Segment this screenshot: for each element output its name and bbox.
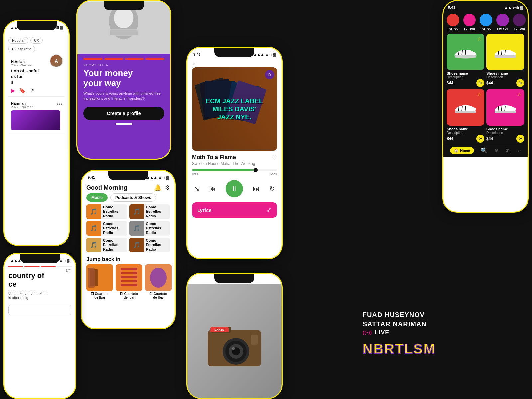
svg-rect-36 xyxy=(455,55,476,58)
shop-card3-cart-button[interactable]: 🛍 xyxy=(476,135,484,143)
shop-card2-star[interactable]: ☆ xyxy=(517,36,522,42)
shop-card1-price: $44 xyxy=(447,81,453,85)
music-prev-button[interactable]: ⏮ xyxy=(209,185,216,193)
shop-card3-star[interactable]: ☆ xyxy=(477,92,482,97)
spotify-item6-thumb: 🎵 xyxy=(129,238,144,252)
shop-card2-row: $44 🛍 xyxy=(486,79,524,87)
shop-card-3[interactable]: ☆ Shoes name Description $44 🛍 xyxy=(447,89,484,143)
shop-tab5-label: For you xyxy=(514,27,525,30)
music-lyrics-label: Lyrics xyxy=(197,207,212,213)
music-progress-thumb xyxy=(254,168,258,172)
spotify-notch xyxy=(108,171,148,180)
shop-tab-3[interactable]: For You xyxy=(480,14,492,30)
spotify-time: 9:41 xyxy=(88,175,95,179)
shop-tab-4[interactable]: For You xyxy=(496,14,509,30)
music-back-button[interactable]: ⌄ xyxy=(187,58,282,67)
play-icon[interactable]: ▶ xyxy=(11,87,15,94)
spotify-item3-thumb: 🎵 xyxy=(86,221,101,236)
bookmark-icon[interactable]: 🔖 xyxy=(19,87,26,94)
blog-post2-more[interactable]: ••• xyxy=(57,101,62,107)
shop-card1-cart-button[interactable]: 🛍 xyxy=(476,79,484,87)
spotify-album-2[interactable]: El Cuartetode Ibai xyxy=(116,264,142,299)
shop-card3-name: Shoes name xyxy=(447,127,484,131)
music-progress-fill xyxy=(192,169,256,171)
bank-headline: Your moneyyour way xyxy=(83,68,164,88)
shop-card2-cart-button[interactable]: 🛍 xyxy=(516,79,524,87)
music-expand-button[interactable]: ⤡ xyxy=(194,185,200,193)
shop-tab-2[interactable]: For You xyxy=(463,14,476,30)
live-radio-icon: ((•)) xyxy=(363,330,372,336)
shop-nav-profile-icon[interactable]: ○ xyxy=(518,148,521,154)
spotify-album2-title: El Cuartetode Ibai xyxy=(116,292,142,299)
shop-card1-row: $44 🛍 xyxy=(447,79,484,87)
shop-tab-5[interactable]: For you xyxy=(513,14,526,30)
shop-product-grid: ☆ Shoes name Description $44 🛍 xyxy=(443,32,528,144)
slide-prog-1 xyxy=(8,266,23,267)
svg-rect-4 xyxy=(110,30,138,35)
shop-card3-price: $44 xyxy=(447,136,453,141)
shop-tab-1[interactable]: For You xyxy=(447,14,459,30)
spotify-item-2[interactable]: 🎵 ComoEstrellas Radio xyxy=(129,204,170,219)
spotify-album1-art xyxy=(86,264,113,291)
blog-tag-popular[interactable]: Popular xyxy=(8,37,28,44)
spotify-item2-thumb: 🎵 xyxy=(129,204,144,219)
music-lyrics-button[interactable]: Lyrics ⤢ xyxy=(192,202,277,218)
shop-card-2[interactable]: ☆ Shoes name Description $44 🛍 xyxy=(486,34,524,87)
spotify-item3-label: ComoEstrellas Radio xyxy=(101,222,127,235)
spotify-item-4[interactable]: 🎵 ComoEstrellas Radio xyxy=(129,221,170,236)
camera-status-icons: ▲▲▲ wifi ▓ xyxy=(253,278,276,282)
shop-nav-home-btn[interactable]: 🏠 Home xyxy=(450,147,474,154)
shop-card4-shoe xyxy=(492,99,519,116)
shop-card4-cart-button[interactable]: 🛍 xyxy=(516,135,524,143)
blog-post2-author: Nariman xyxy=(11,101,57,105)
svg-rect-19 xyxy=(121,284,137,286)
music-repeat-button[interactable]: ↻ xyxy=(269,185,275,193)
spotify-item-3[interactable]: 🎵 ComoEstrellas Radio xyxy=(86,221,127,236)
music-next-button[interactable]: ⏭ xyxy=(253,185,260,193)
share-icon[interactable]: ↗ xyxy=(30,87,34,94)
shop-nav-search-icon[interactable]: 🔍 xyxy=(481,147,487,154)
blog-post-2: Nariman 2022 · 7m read ••• xyxy=(8,99,65,133)
shop-card4-star[interactable]: ☆ xyxy=(517,92,522,97)
blog-tag-ui[interactable]: UI inspiratio xyxy=(8,46,35,52)
music-heart-button[interactable]: ♡ xyxy=(272,154,277,161)
spotify-item-6[interactable]: 🎵 ComoEstrellas Radio xyxy=(129,238,170,252)
spotify-album3-title: El Cuartetode Ibai xyxy=(145,292,172,299)
shop-card1-star[interactable]: ☆ xyxy=(477,36,482,42)
blog-avatar: A xyxy=(50,54,63,67)
music-notch xyxy=(214,48,254,57)
shop-nav-home[interactable]: 🏠 Home xyxy=(450,147,474,154)
shop-card1-name: Shoes name xyxy=(447,71,484,75)
music-play-button[interactable]: ⏸ xyxy=(226,180,243,197)
spotify-gear-icon[interactable]: ⚙ xyxy=(165,184,170,191)
spotify-bell-icon[interactable]: 🔔 xyxy=(154,184,161,191)
shop-nav-bag-icon[interactable]: 🛍 xyxy=(505,148,511,154)
blog-tag-ux[interactable]: UX xyxy=(30,37,43,44)
spotify-wifi-icon: wifi xyxy=(159,175,165,179)
music-song-artist: Swedish House Mafia, The Weekng xyxy=(192,161,255,166)
spotify-item-5[interactable]: 🎵 ComoEstrellas Radio xyxy=(86,238,127,252)
shop-nav-plus-icon[interactable]: ⊕ xyxy=(494,147,499,154)
spotify-album2-cover xyxy=(116,264,142,291)
shop-card2-desc: Description xyxy=(486,75,524,79)
music-cover-text: ECM JAZZ LABEL MILES DAVIS' JAZZ NYE. xyxy=(206,97,263,121)
bank-cta-button[interactable]: Create a profile xyxy=(83,107,164,120)
slide-input[interactable] xyxy=(8,305,71,315)
spotify-album-3[interactable]: El Cuartetode Ibai xyxy=(145,264,172,299)
slide-notch xyxy=(20,254,60,263)
credits-section: FUAD HUSEYNOV SATTAR NARIMAN ((•)) LIVE … xyxy=(363,310,436,359)
spotify-album-1[interactable]: El Cuartetode Ibai xyxy=(86,264,113,299)
svg-point-28 xyxy=(232,347,235,350)
spotify-tab-music[interactable]: Music xyxy=(86,193,108,202)
spotify-jump-title: Jump back in xyxy=(82,255,175,264)
music-status-icons: ▲▲▲ wifi ▓ xyxy=(253,52,276,56)
music-progress-bar[interactable] xyxy=(192,169,277,171)
shop-card2-name: Shoes name xyxy=(486,71,524,75)
spotify-item-1[interactable]: 🎵 ComoEstrellas Radio xyxy=(86,204,127,219)
shop-card2-image: ☆ xyxy=(486,34,524,70)
shop-card-4[interactable]: ☆ Shoes name Description $44 🛍 xyxy=(486,89,524,143)
spotify-item5-label: ComoEstrellas Radio xyxy=(101,238,127,252)
shop-card-1[interactable]: ☆ Shoes name Description $44 🛍 xyxy=(447,34,484,87)
spotify-tab-podcasts[interactable]: Podcasts & Shows xyxy=(110,193,156,202)
phone-bank: SHORT TITLE Your moneyyour way What's yo… xyxy=(76,0,171,160)
